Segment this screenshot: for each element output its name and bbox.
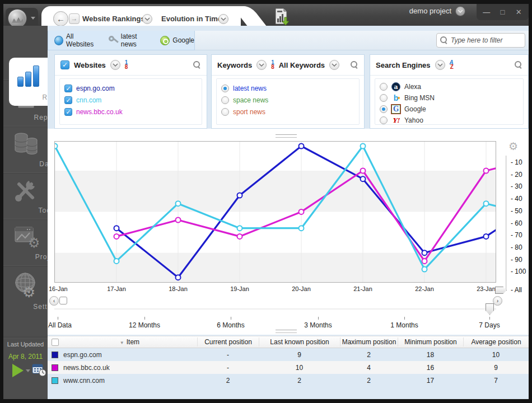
sort-az-icon[interactable]: A Z bbox=[450, 60, 454, 69]
splitter-grip-top[interactable] bbox=[276, 134, 297, 138]
column-header-item[interactable]: ▼Item bbox=[62, 338, 197, 346]
project-dropdown-icon[interactable] bbox=[455, 6, 465, 16]
chevron-down-icon[interactable] bbox=[329, 60, 339, 70]
search-engine-list-item[interactable]: bBing MSN bbox=[380, 92, 519, 104]
sidebar-item-data[interactable]: Data bbox=[3, 126, 48, 172]
table-row[interactable]: news.bbc.co.uk-104169 bbox=[48, 361, 529, 374]
checkbox-checked-icon[interactable]: ✓ bbox=[64, 85, 72, 92]
x-axis-tick-label: 20-Jan bbox=[292, 285, 311, 292]
x-axis-tick-label: 23-Jan bbox=[477, 285, 496, 292]
export-report-icon[interactable] bbox=[272, 7, 290, 25]
column-header[interactable]: Maximum position bbox=[340, 338, 398, 346]
engines-panel-title: Search Engines bbox=[376, 61, 431, 69]
keyword-list-item[interactable]: sport news bbox=[221, 106, 354, 118]
scheduler-icon[interactable] bbox=[32, 363, 46, 377]
timeline-label[interactable]: All Data bbox=[48, 321, 72, 329]
search-engine-list-item[interactable]: Y!Yahoo bbox=[380, 115, 519, 126]
x-axis-tick-label: 16-Jan bbox=[49, 285, 68, 292]
radio-button-icon[interactable] bbox=[380, 105, 388, 113]
close-button[interactable]: ✕ bbox=[512, 8, 525, 16]
x-axis-tick-label: 17-Jan bbox=[107, 285, 126, 292]
chart-scroll-left-button[interactable]: ‹ bbox=[49, 296, 59, 306]
select-all-checkbox[interactable] bbox=[52, 339, 59, 346]
radio-button-icon[interactable] bbox=[221, 85, 229, 92]
forward-button[interactable]: → bbox=[69, 13, 80, 24]
filter-tabs: All Websites latest news Google bbox=[48, 31, 195, 50]
column-header-label: ▼Item bbox=[120, 338, 139, 346]
play-dropdown-caret-icon[interactable] bbox=[26, 369, 30, 372]
row-value-cell: 16 bbox=[398, 364, 463, 372]
menu-evolution-in-time[interactable]: Evolution in Time bbox=[161, 15, 222, 23]
row-value-cell: 2 bbox=[197, 377, 259, 385]
websites-select-all-checkbox[interactable]: ✓ bbox=[60, 60, 69, 69]
yahoo-icon: Y! bbox=[391, 116, 400, 125]
checkbox-checked-icon[interactable]: ✓ bbox=[64, 96, 72, 104]
radio-button-icon[interactable] bbox=[380, 94, 388, 102]
search-engine-list-item[interactable]: aAlexa bbox=[380, 81, 519, 92]
timeline-label[interactable]: 3 Months bbox=[304, 321, 332, 329]
table-row[interactable]: espn.go.com-921810 bbox=[48, 348, 529, 361]
back-button[interactable]: ← bbox=[53, 11, 68, 26]
chevron-down-icon[interactable] bbox=[110, 60, 120, 70]
radio-button-icon[interactable] bbox=[221, 96, 229, 104]
chart-settings-gear-icon[interactable]: ⚙ bbox=[508, 140, 518, 152]
column-header[interactable]: Average position bbox=[464, 338, 529, 346]
update-play-button[interactable] bbox=[12, 364, 24, 377]
timeline-label[interactable]: 12 Months bbox=[129, 321, 160, 329]
filter-search-input[interactable] bbox=[451, 36, 517, 44]
website-list-item[interactable]: ✓espn.go.com bbox=[64, 82, 197, 94]
maximize-button[interactable]: □ bbox=[497, 8, 509, 16]
sidebar-item-rankings-active[interactable]: Rankings bbox=[9, 58, 48, 106]
column-header[interactable]: Minimum position bbox=[398, 338, 463, 346]
keyword-list-item[interactable]: latest news bbox=[221, 82, 354, 94]
sidebar-item-tools[interactable]: Tools bbox=[3, 172, 48, 218]
row-item-label: news.bbc.co.uk bbox=[63, 364, 110, 372]
column-header[interactable]: Last known position bbox=[259, 338, 340, 346]
timeline-label[interactable]: 7 Days bbox=[479, 321, 500, 329]
y-axis-slider-label: - All bbox=[511, 286, 522, 294]
menu-website-rankings[interactable]: Website Rankings bbox=[82, 15, 145, 23]
row-value-cell: 9 bbox=[259, 351, 340, 359]
filter-latest-news[interactable]: latest news bbox=[109, 32, 152, 48]
search-icon[interactable] bbox=[515, 61, 522, 69]
radio-button-icon[interactable] bbox=[380, 83, 388, 91]
project-name: demo project bbox=[386, 0, 451, 22]
radio-button-icon[interactable] bbox=[380, 116, 388, 124]
filter-google[interactable]: Google bbox=[160, 36, 194, 45]
keyword-list-item[interactable]: space news bbox=[221, 94, 354, 106]
search-icon[interactable] bbox=[351, 61, 358, 69]
y-axis-slider-track[interactable] bbox=[506, 156, 507, 291]
chevron-down-icon[interactable] bbox=[142, 14, 152, 24]
timeline-label[interactable]: 1 Months bbox=[390, 321, 418, 329]
website-list-item[interactable]: ✓cnn.com bbox=[64, 94, 197, 106]
sidebar-item-settings[interactable]: ⚙ Settings bbox=[3, 265, 48, 315]
filter-all-websites[interactable]: All Websites bbox=[54, 32, 101, 48]
rankings-line-chart[interactable] bbox=[54, 141, 496, 283]
radio-button-icon[interactable] bbox=[221, 108, 229, 116]
keywords-panel-title: Keywords bbox=[217, 61, 252, 69]
website-list-item[interactable]: ✓news.bbc.co.uk bbox=[64, 106, 197, 118]
chevron-down-icon[interactable] bbox=[435, 60, 445, 70]
timeline-slider-track[interactable] bbox=[54, 308, 496, 310]
table-row[interactable]: www.cnn.com222177 bbox=[48, 374, 529, 387]
sidebar-item-project[interactable]: ⚙ Project bbox=[3, 219, 48, 265]
row-color-cell bbox=[48, 364, 62, 371]
chart-scroll-right-button[interactable]: › bbox=[493, 296, 502, 306]
row-value-cell: 10 bbox=[463, 351, 529, 359]
search-icon[interactable] bbox=[193, 61, 201, 69]
y-axis-slider-label: - 70 bbox=[511, 231, 522, 239]
checkbox-checked-icon[interactable]: ✓ bbox=[64, 108, 72, 116]
keywords-group-selector[interactable]: All Keywords bbox=[279, 61, 325, 69]
chart-scroll-thumb[interactable] bbox=[59, 297, 67, 304]
y-axis-slider-label: - 80 bbox=[511, 243, 522, 251]
timeline-label[interactable]: 6 Months bbox=[217, 321, 244, 329]
chevron-down-icon[interactable] bbox=[256, 60, 267, 70]
globe-icon bbox=[54, 36, 63, 45]
minimize-button[interactable]: — bbox=[480, 8, 493, 16]
column-header[interactable]: Current position bbox=[198, 338, 259, 346]
splitter-grip-bottom[interactable] bbox=[276, 330, 297, 333]
row-value-cell: 10 bbox=[259, 364, 340, 372]
search-engine-list-item[interactable]: GGoogle bbox=[380, 104, 519, 115]
chevron-down-icon[interactable] bbox=[218, 14, 228, 24]
website-label: espn.go.com bbox=[76, 85, 115, 92]
